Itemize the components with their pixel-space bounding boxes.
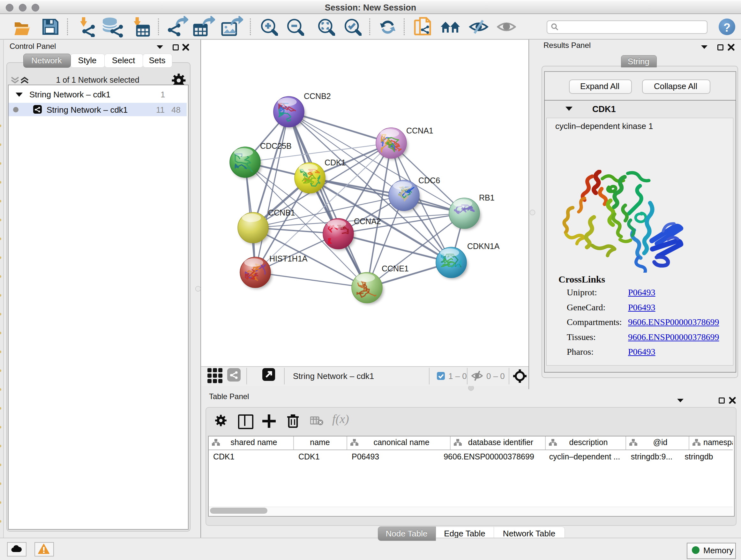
svg-text:CCNA1: CCNA1 — [406, 126, 433, 135]
svg-text:CCNE1: CCNE1 — [382, 264, 409, 273]
svg-text:CDKN1A: CDKN1A — [467, 242, 500, 251]
svg-text:CDC6: CDC6 — [418, 176, 440, 185]
svg-text:CDK1: CDK1 — [325, 158, 346, 167]
svg-text:HIST1H1A: HIST1H1A — [269, 254, 308, 263]
svg-text:CCNB2: CCNB2 — [304, 91, 331, 101]
svg-text:CCNA2: CCNA2 — [354, 217, 381, 226]
svg-text:RB1: RB1 — [479, 193, 495, 202]
svg-text:CCNB1: CCNB1 — [268, 208, 295, 217]
svg-text:CDC25B: CDC25B — [260, 141, 292, 150]
